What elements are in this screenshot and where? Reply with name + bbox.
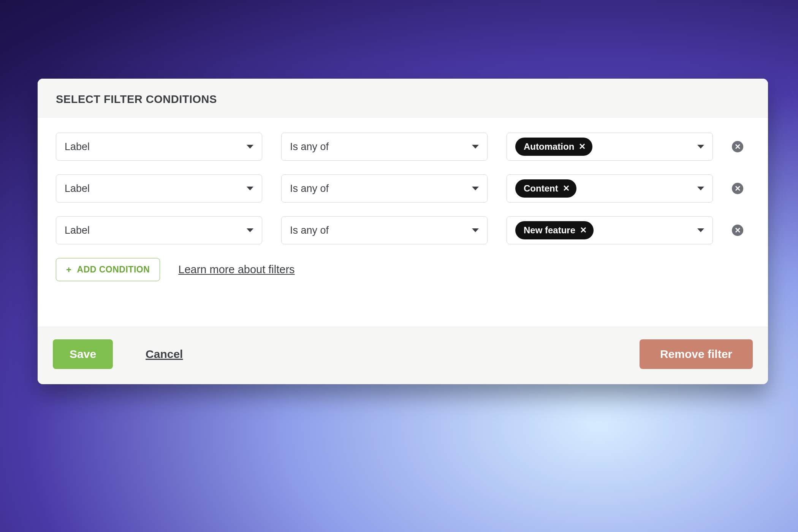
value-select[interactable]: Content✕ <box>507 174 713 203</box>
remove-condition-button[interactable]: ✕ <box>732 225 743 236</box>
field-select[interactable]: Label <box>56 133 262 161</box>
condition-row: LabelIs any ofNew feature✕✕ <box>56 216 750 244</box>
operator-select[interactable]: Is any of <box>281 174 488 203</box>
remove-chip-icon[interactable]: ✕ <box>580 226 587 234</box>
remove-condition-button[interactable]: ✕ <box>732 141 743 152</box>
field-select-label: Label <box>65 141 90 153</box>
value-chip-label: New feature <box>524 225 575 236</box>
value-chip-label: Content <box>524 183 558 194</box>
modal-header: SELECT FILTER CONDITIONS <box>38 79 768 117</box>
operator-select[interactable]: Is any of <box>281 216 488 244</box>
remove-chip-icon[interactable]: ✕ <box>579 142 586 151</box>
value-chip-label: Automation <box>524 141 574 152</box>
condition-row: LabelIs any ofAutomation✕✕ <box>56 133 750 161</box>
below-rows: + ADD CONDITION Learn more about filters <box>56 258 750 281</box>
chevron-down-icon <box>247 187 253 190</box>
modal-body: LabelIs any ofAutomation✕✕LabelIs any of… <box>38 117 768 327</box>
plus-icon: + <box>66 265 72 274</box>
operator-select-label: Is any of <box>290 141 329 153</box>
filter-conditions-modal: SELECT FILTER CONDITIONS LabelIs any ofA… <box>38 79 768 384</box>
modal-title: SELECT FILTER CONDITIONS <box>56 93 750 106</box>
learn-more-link[interactable]: Learn more about filters <box>178 263 294 276</box>
operator-select-label: Is any of <box>290 183 329 195</box>
remove-filter-button[interactable]: Remove filter <box>640 339 753 369</box>
chevron-down-icon <box>247 145 253 149</box>
operator-select[interactable]: Is any of <box>281 133 488 161</box>
field-select[interactable]: Label <box>56 174 262 203</box>
value-select[interactable]: Automation✕ <box>507 133 713 161</box>
condition-rows: LabelIs any ofAutomation✕✕LabelIs any of… <box>56 133 750 244</box>
chevron-down-icon <box>472 145 479 149</box>
chevron-down-icon <box>697 228 704 232</box>
value-chip: Automation✕ <box>515 138 592 156</box>
value-select[interactable]: New feature✕ <box>507 216 713 244</box>
chevron-down-icon <box>472 187 479 190</box>
value-chip: Content✕ <box>515 179 576 198</box>
remove-condition-button[interactable]: ✕ <box>732 183 743 194</box>
chevron-down-icon <box>472 228 479 232</box>
save-button[interactable]: Save <box>53 339 113 369</box>
remove-chip-icon[interactable]: ✕ <box>563 184 570 193</box>
add-condition-button[interactable]: + ADD CONDITION <box>56 258 160 281</box>
field-select-label: Label <box>65 183 90 195</box>
cancel-button[interactable]: Cancel <box>146 339 183 369</box>
operator-select-label: Is any of <box>290 225 329 236</box>
chevron-down-icon <box>697 187 704 190</box>
modal-footer: Save Cancel Remove filter <box>38 327 768 384</box>
field-select-label: Label <box>65 225 90 236</box>
chevron-down-icon <box>697 145 704 149</box>
condition-row: LabelIs any ofContent✕✕ <box>56 174 750 203</box>
value-chip: New feature✕ <box>515 221 594 239</box>
field-select[interactable]: Label <box>56 216 262 244</box>
chevron-down-icon <box>247 228 253 232</box>
add-condition-label: ADD CONDITION <box>77 264 150 275</box>
